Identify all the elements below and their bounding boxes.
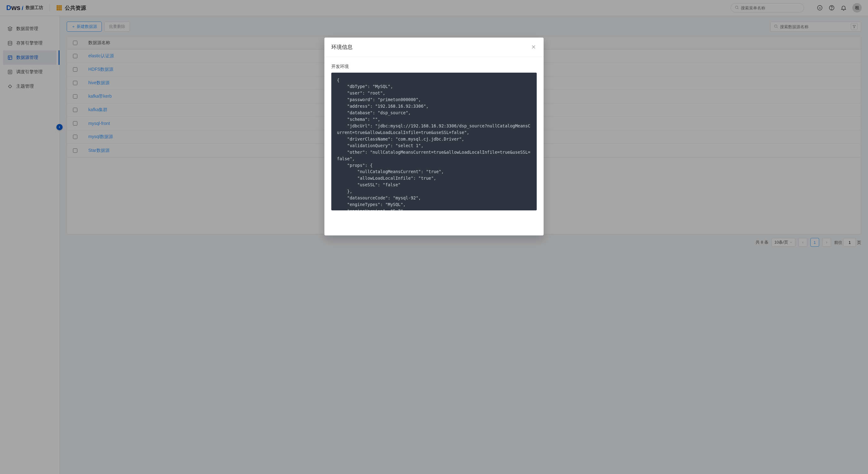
modal-mask[interactable]: 环境信息 开发环境 { "dbType": "MySQL", "user": "… bbox=[0, 0, 868, 474]
env-label: 开发环境 bbox=[331, 64, 537, 69]
env-info-modal: 环境信息 开发环境 { "dbType": "MySQL", "user": "… bbox=[324, 38, 544, 235]
modal-body: 开发环境 { "dbType": "MySQL", "user": "root"… bbox=[324, 57, 544, 212]
modal-footer bbox=[324, 211, 544, 235]
env-code-block[interactable]: { "dbType": "MySQL", "user": "root", "pa… bbox=[331, 73, 537, 211]
modal-close-button[interactable] bbox=[530, 44, 537, 50]
modal-title: 环境信息 bbox=[331, 43, 352, 51]
modal-header: 环境信息 bbox=[324, 38, 544, 57]
